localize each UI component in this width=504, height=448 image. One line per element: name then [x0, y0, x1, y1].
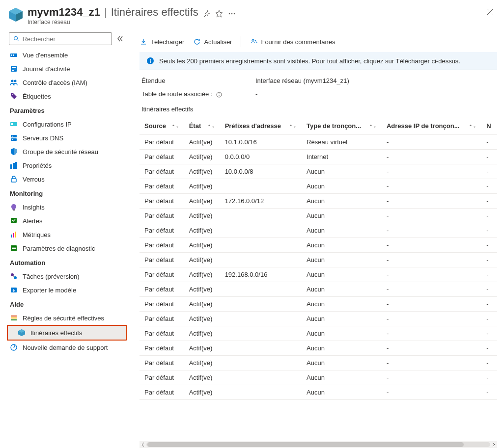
sidebar-search-input[interactable] — [23, 35, 108, 43]
table-row[interactable]: Par défautActif(ve)192.168.0.0/16Aucun-- — [140, 267, 497, 282]
table-cell: - — [481, 282, 497, 297]
table-row[interactable]: Par défautActif(ve)0.0.0.0/0Internet-- — [140, 150, 497, 164]
table-row[interactable]: Par défautActif(ve)172.16.0.0/12Aucun-- — [140, 194, 497, 209]
table-cell: - — [481, 326, 497, 341]
table-cell: Aucun — [302, 238, 382, 253]
svg-rect-29 — [11, 235, 12, 237]
pin-icon[interactable] — [202, 10, 210, 18]
routes-table-wrap[interactable]: SourceÉtatPréfixes d'adresseType de tron… — [140, 117, 497, 441]
nic-icon — [10, 51, 18, 59]
svg-rect-18 — [11, 123, 13, 125]
sidebar-item-export[interactable]: Exporter le modèle — [0, 283, 130, 297]
column-header[interactable]: Source — [140, 117, 184, 135]
table-row[interactable]: Par défautActif(ve)Aucun-- — [140, 341, 497, 356]
column-header[interactable]: N — [481, 117, 497, 135]
download-button[interactable]: Télécharger — [140, 38, 184, 46]
table-row[interactable]: Par défautActif(ve)Aucun-- — [140, 385, 497, 400]
column-header[interactable]: Préfixes d'adresse — [220, 117, 302, 135]
sidebar-item-label: Tâches (préversion) — [23, 273, 80, 280]
sidebar-item-ipconfig[interactable]: Configurations IP — [0, 117, 130, 131]
sidebar-item-tag[interactable]: Étiquettes — [0, 89, 130, 103]
sidebar-item-alerts[interactable]: Alertes — [0, 214, 130, 228]
sidebar-item-nic[interactable]: Vue d'ensemble — [0, 48, 130, 62]
table-cell: - — [382, 238, 481, 253]
table-row[interactable]: Par défautActif(ve)Aucun-- — [140, 297, 497, 312]
table-cell: Actif(ve) — [184, 209, 220, 223]
table-row[interactable]: Par défautActif(ve)Aucun-- — [140, 253, 497, 267]
sidebar-item-support[interactable]: Nouvelle demande de support — [0, 341, 130, 354]
table-cell: - — [481, 164, 497, 179]
properties-icon — [10, 161, 18, 169]
table-cell: Par défaut — [140, 253, 184, 267]
favorite-star-icon[interactable] — [215, 10, 223, 18]
table-cell: 10.1.0.0/16 — [220, 135, 302, 150]
resource-subtitle: Interface réseau — [28, 19, 486, 26]
sort-icon[interactable] — [469, 124, 476, 128]
sidebar-item-nsg[interactable]: Groupe de sécurité réseau — [0, 145, 130, 158]
column-header[interactable]: État — [184, 117, 220, 135]
scope-label: Étendue — [141, 77, 255, 84]
nic-resource-icon — [9, 8, 23, 22]
scroll-right-icon[interactable] — [491, 442, 496, 447]
table-row[interactable]: Par défautActif(ve)10.1.0.0/16Réseau vir… — [140, 135, 497, 150]
table-row[interactable]: Par défautActif(ve)Aucun-- — [140, 238, 497, 253]
sort-icon[interactable] — [171, 124, 179, 128]
sidebar-item-label: Propriétés — [23, 162, 52, 169]
table-row[interactable]: Par défautActif(ve)Aucun-- — [140, 282, 497, 297]
sidebar-item-label: Nouvelle demande de support — [23, 344, 108, 351]
sort-icon[interactable] — [207, 124, 215, 128]
column-header[interactable]: Adresse IP de tronçon... — [382, 117, 481, 135]
table-cell: - — [481, 370, 497, 385]
table-cell: - — [481, 297, 497, 312]
table-cell: - — [481, 135, 497, 150]
sidebar-item-effroute[interactable]: Itinéraires effectifs — [8, 326, 126, 340]
sidebar-item-dns[interactable]: Serveurs DNS — [0, 131, 130, 145]
sidebar-item-insights[interactable]: Insights — [0, 200, 130, 214]
sidebar-item-iam[interactable]: Contrôle d'accès (IAM) — [0, 76, 130, 89]
table-cell: - — [481, 312, 497, 326]
column-label: État — [189, 122, 201, 130]
svg-point-50 — [219, 93, 220, 94]
sort-icon[interactable] — [289, 124, 297, 128]
sort-icon[interactable] — [369, 124, 377, 128]
more-actions-icon[interactable] — [228, 10, 236, 18]
sidebar-item-effsec[interactable]: Règles de sécurité effectives — [0, 311, 130, 325]
table-row[interactable]: Par défautActif(ve)Aucun-- — [140, 179, 497, 194]
lock-icon — [10, 175, 18, 183]
scroll-left-icon[interactable] — [140, 442, 145, 447]
routes-table: SourceÉtatPréfixes d'adresseType de tron… — [140, 117, 497, 400]
table-cell — [220, 297, 302, 312]
refresh-button[interactable]: Actualiser — [193, 38, 232, 46]
sidebar-search[interactable] — [9, 32, 112, 45]
sidebar-item-diag[interactable]: Paramètres de diagnostic — [0, 241, 130, 255]
help-info-icon[interactable] — [216, 92, 222, 98]
table-row[interactable]: Par défautActif(ve)Aucun-- — [140, 356, 497, 370]
svg-rect-13 — [12, 70, 14, 71]
diag-icon — [10, 244, 18, 252]
table-row[interactable]: Par défautActif(ve)Aucun-- — [140, 326, 497, 341]
sidebar-item-activity[interactable]: Journal d'activité — [0, 62, 130, 76]
table-cell — [220, 356, 302, 370]
table-row[interactable]: Par défautActif(ve)Aucun-- — [140, 370, 497, 385]
sidebar-item-lock[interactable]: Verrous — [0, 172, 130, 186]
svg-point-4 — [231, 13, 233, 15]
svg-rect-9 — [13, 54, 14, 56]
close-button[interactable] — [486, 8, 494, 17]
table-cell: Aucun — [302, 164, 382, 179]
feedback-button[interactable]: Fournir des commentaires — [250, 38, 335, 46]
table-row[interactable]: Par défautActif(ve)10.0.0.0/8Aucun-- — [140, 164, 497, 179]
sidebar-item-metrics[interactable]: Métriques — [0, 228, 130, 241]
collapse-sidebar-icon[interactable] — [116, 35, 124, 43]
sidebar-item-tasks[interactable]: Tâches (préversion) — [0, 269, 130, 283]
table-row[interactable]: Par défautActif(ve)Aucun-- — [140, 312, 497, 326]
column-header[interactable]: Type de tronçon... — [302, 117, 382, 135]
table-cell: 192.168.0.0/16 — [220, 267, 302, 282]
horizontal-scrollbar[interactable] — [140, 441, 497, 448]
sidebar: Vue d'ensembleJournal d'activitéContrôle… — [0, 29, 130, 448]
table-row[interactable]: Par défautActif(ve)Aucun-- — [140, 223, 497, 238]
nsg-icon — [10, 148, 18, 156]
table-row[interactable]: Par défautActif(ve)Aucun-- — [140, 209, 497, 223]
sidebar-item-label: Règles de sécurité effectives — [23, 315, 104, 322]
table-cell: Par défaut — [140, 179, 184, 194]
sidebar-item-properties[interactable]: Propriétés — [0, 158, 130, 172]
